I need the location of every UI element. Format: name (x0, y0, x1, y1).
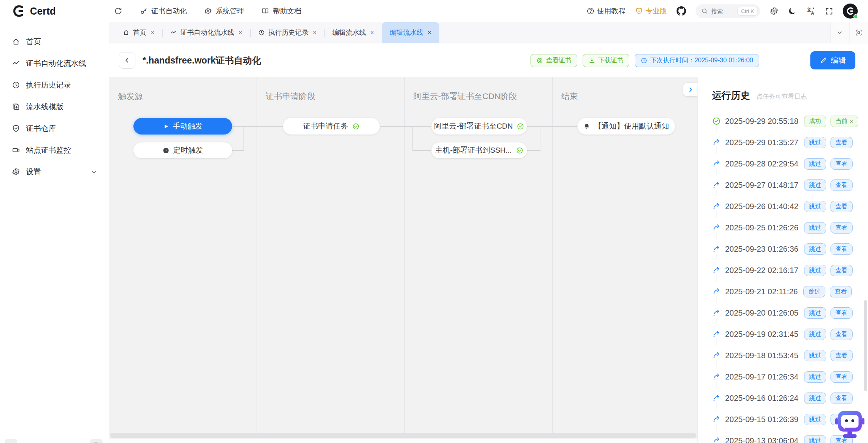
view-log-button[interactable]: 查看 (831, 137, 853, 148)
view-log-button[interactable]: 查看 (831, 179, 853, 191)
page-header: *.handsfree.work证书自动化 查看证书 下载证书 下次执行时间：2… (109, 43, 868, 77)
run-history-item[interactable]: 2025-09-26 01:40:42 成功 当前× 跳过 查看 (712, 196, 868, 217)
skip-arrow-icon (712, 372, 721, 381)
check-circle-icon (517, 123, 524, 130)
menu-item-system-admin[interactable]: 系统管理 (204, 6, 244, 16)
github-icon[interactable] (677, 6, 686, 16)
run-history-item[interactable]: 2025-09-29 20:55:18 成功 当前× 跳过 查看 (712, 110, 868, 132)
tab-home[interactable]: 首页 × (115, 22, 162, 43)
view-log-button[interactable]: 查看 (831, 158, 853, 170)
check-circle-icon (516, 147, 523, 154)
close-icon[interactable]: × (427, 29, 431, 36)
content-fullscreen-button[interactable] (849, 22, 868, 43)
sidebar-item-home[interactable]: 首页 (0, 31, 109, 52)
vertical-scrollbar[interactable] (864, 300, 867, 391)
run-history-item[interactable]: 2025-09-25 01:26:26 成功 当前× 跳过 查看 (712, 217, 868, 238)
home-icon (123, 29, 129, 36)
search-input[interactable] (711, 8, 734, 15)
run-history-item[interactable]: 2025-09-19 02:31:45 成功 当前× 跳过 查看 (712, 323, 868, 345)
view-cert-button[interactable]: 查看证书 (531, 54, 577, 67)
download-cert-button[interactable]: 下载证书 (583, 54, 629, 67)
brand-logo[interactable]: Certd (12, 4, 56, 18)
connector-line (232, 150, 244, 151)
tutorial-link[interactable]: 使用教程 (587, 6, 626, 16)
close-icon[interactable]: × (370, 29, 374, 36)
close-icon[interactable]: × (850, 118, 853, 125)
view-log-button[interactable]: 查看 (831, 329, 853, 340)
gear-icon (12, 168, 20, 176)
run-history-item[interactable]: 2025-09-27 01:48:17 成功 当前× 跳过 查看 (712, 174, 868, 196)
horizontal-scrollbar[interactable] (110, 433, 696, 438)
connector-line (527, 150, 540, 151)
sidebar-item-cert-pipelines[interactable]: 证书自动化流水线 (0, 52, 109, 74)
tab-list-dropdown-button[interactable] (830, 22, 849, 43)
tab-run-history[interactable]: 执行历史记录 × (250, 22, 324, 43)
menu-item-help-docs[interactable]: 帮助文档 (261, 6, 301, 16)
close-icon[interactable]: × (151, 29, 154, 36)
tab-edit-pipeline-active[interactable]: 编辑流水线 × (382, 22, 439, 43)
tab-cert-pipelines[interactable]: 证书自动化流水线 × (162, 22, 250, 43)
status-badge-skip: 跳过 (804, 329, 826, 340)
view-log-button[interactable]: 查看 (831, 265, 853, 276)
pro-version-badge[interactable]: 专业版 (635, 6, 667, 16)
connector-line (412, 150, 431, 151)
menu-item-cert-automation[interactable]: 证书自动化 (140, 6, 187, 16)
node-manual-trigger[interactable]: 手动触发 (133, 118, 232, 135)
dark-mode-moon-icon[interactable] (788, 7, 797, 15)
skip-arrow-icon (712, 245, 721, 253)
node-notification[interactable]: 【通知】使用默认通知 (577, 118, 675, 135)
node-deploy-ssh[interactable]: 主机-部署证书到SSH... (431, 142, 527, 158)
skip-arrow-icon (712, 202, 721, 211)
play-icon (163, 123, 169, 129)
run-history-item[interactable]: 2025-09-29 01:35:27 成功 当前× 跳过 查看 (712, 132, 868, 153)
node-timer-trigger[interactable]: 定时触发 (133, 142, 232, 158)
sidebar-item-site-cert-monitor[interactable]: 站点证书监控 (0, 139, 109, 161)
run-history-item[interactable]: 2025-09-22 02:16:17 成功 当前× 跳过 查看 (712, 260, 868, 281)
run-history-item[interactable]: 2025-09-21 02:11:26 成功 当前× 跳过 查看 (712, 281, 868, 302)
run-timestamp: 2025-09-25 01:26:26 (725, 223, 799, 232)
view-log-button[interactable]: 查看 (831, 307, 853, 319)
settings-gear-icon[interactable] (770, 7, 778, 15)
collapse-history-panel-button[interactable] (683, 83, 697, 96)
close-icon[interactable]: × (313, 29, 317, 36)
run-history-panel: 运行历史 点任务可查看日志 2025-09-29 20:55:18 成功 当前×… (697, 77, 868, 443)
node-deploy-cdn[interactable]: 阿里云-部署证书至CDN (431, 118, 527, 135)
run-history-item[interactable]: 2025-09-16 01:26:24 成功 当前× 跳过 查看 (712, 387, 868, 409)
sidebar-item-run-history[interactable]: 执行历史记录 (0, 74, 109, 96)
run-history-item[interactable]: 2025-09-18 01:53:45 成功 当前× 跳过 查看 (712, 345, 868, 366)
close-icon[interactable]: × (238, 29, 242, 36)
view-log-button[interactable]: 查看 (831, 371, 853, 383)
back-button[interactable] (119, 52, 135, 69)
view-log-button[interactable]: 查看 (831, 393, 853, 404)
view-log-button[interactable]: 查看 (830, 286, 852, 297)
view-log-button[interactable]: 查看 (831, 201, 853, 212)
tab-edit-pipeline[interactable]: 编辑流水线 × (324, 22, 382, 43)
history-title: 运行历史 (712, 89, 750, 102)
run-history-item[interactable]: 2025-09-20 01:26:05 成功 当前× 跳过 查看 (712, 302, 868, 323)
node-cert-request-task[interactable]: 证书申请任务 (283, 118, 380, 135)
current-run-badge[interactable]: 当前× (831, 116, 859, 127)
run-history-item[interactable]: 2025-09-17 01:26:34 成功 当前× 跳过 查看 (712, 366, 868, 387)
view-log-button[interactable]: 查看 (831, 243, 853, 255)
view-log-button[interactable]: 查看 (831, 350, 853, 361)
pipeline-canvas[interactable]: 触发源 证书申请阶段 阿里云-部署证书至CDN阶段 结束 手动触发 (109, 77, 697, 443)
run-timestamp: 2025-09-15 01:26:39 (725, 415, 799, 424)
run-timestamp: 2025-09-20 01:26:05 (725, 308, 799, 318)
run-history-item[interactable]: 2025-09-23 01:26:36 成功 当前× 跳过 查看 (712, 238, 868, 260)
certd-logo-icon (12, 4, 25, 18)
chat-assistant-robot-icon[interactable] (835, 410, 864, 440)
edit-button[interactable]: 编辑 (810, 51, 855, 69)
refresh-button[interactable] (114, 7, 122, 15)
history-hint: 点任务可查看日志 (756, 93, 807, 101)
view-log-button[interactable]: 查看 (831, 222, 853, 234)
sidebar-collapse-button[interactable]: ▦ (90, 439, 103, 443)
run-history-item[interactable]: 2025-09-28 02:29:54 成功 当前× 跳过 查看 (712, 153, 868, 174)
sidebar-item-settings[interactable]: 设置 (0, 161, 109, 183)
sidebar-item-cert-repository[interactable]: 证书仓库 (0, 118, 109, 139)
sidebar-item-pipeline-templates[interactable]: 流水线模版 (0, 96, 109, 118)
search-box[interactable]: Ctrl K (696, 4, 761, 18)
sidebar-footer-button[interactable] (5, 439, 17, 443)
language-translate-icon[interactable]: 文A (806, 6, 816, 16)
user-avatar[interactable] (843, 4, 858, 19)
fullscreen-icon[interactable] (825, 7, 833, 15)
